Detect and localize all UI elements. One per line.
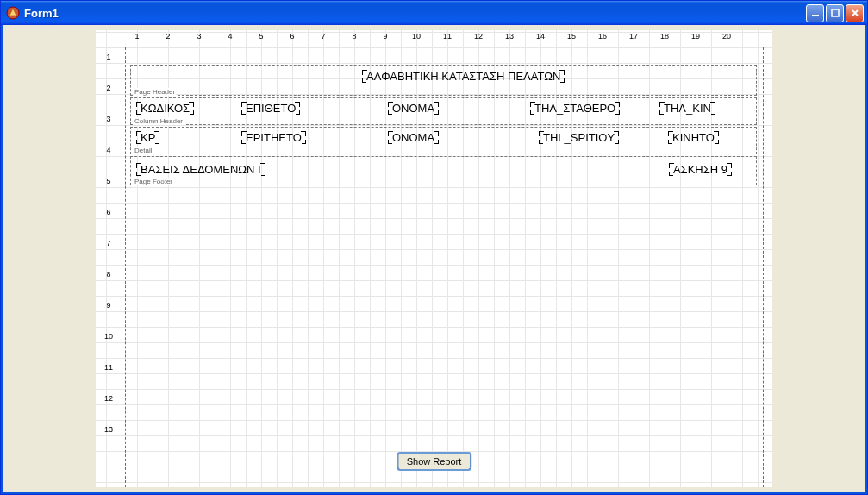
svg-rect-2 [832,9,839,16]
detail-epitheto[interactable]: EPITHETO [243,130,304,144]
margin-guide-right[interactable] [763,47,764,487]
footer-right-field[interactable]: ΑΣΚΗΣΗ 9 [671,162,730,176]
band-detail[interactable]: KP EPITHETO ONOMA THL_SPITIOY KINHTO Det… [130,127,757,154]
band-label: Page Header [134,88,176,96]
col-header-onoma[interactable]: ΟΝΟΜΑ [390,101,437,115]
report-designer[interactable]: 1 2 3 4 5 6 7 8 9 10 11 12 13 14 15 16 1… [96,30,772,487]
margin-guide-left[interactable] [125,47,126,487]
band-page-footer[interactable]: ΒΑΣΕΙΣ ΔΕΔΟΜΕΝΩΝ Ι ΑΣΚΗΣΗ 9 Page Footer [130,156,757,185]
ruler-horizontal: 1 2 3 4 5 6 7 8 9 10 11 12 13 14 15 16 1… [122,32,772,44]
col-header-kodikos[interactable]: ΚΩΔΙΚΟΣ [138,101,192,115]
close-button[interactable] [846,4,864,22]
detail-kinhto[interactable]: KINHTO [670,130,717,144]
band-label: Column Header [134,117,184,125]
band-column-header[interactable]: ΚΩΔΙΚΟΣ ΕΠΙΘΕΤΟ ΟΝΟΜΑ ΤΗΛ_ΣΤΑΘΕΡΟ ΤΗΛ_ΚΙ… [130,97,757,125]
show-report-button[interactable]: Show Report [397,453,471,470]
detail-onoma[interactable]: ONOMA [390,130,437,144]
window-buttons [806,4,864,22]
report-title-field[interactable]: ΑΛΦΑΒΗΤΙΚΗ ΚΑΤΑΣΤΑΣΗ ΠΕΛΑΤΩΝ [364,69,563,83]
titlebar[interactable]: Form1 [1,1,867,25]
window-title: Form1 [24,7,806,20]
col-header-thl-kin[interactable]: ΤΗΛ_ΚΙΝ [661,101,714,115]
band-label: Detail [134,147,153,154]
detail-kp[interactable]: KP [138,130,158,144]
minimize-button[interactable] [806,4,824,22]
app-icon [6,6,20,20]
maximize-button[interactable] [826,4,844,22]
footer-left-field[interactable]: ΒΑΣΕΙΣ ΔΕΔΟΜΕΝΩΝ Ι [138,162,264,176]
col-header-thl-stathero[interactable]: ΤΗΛ_ΣΤΑΘΕΡΟ [532,101,618,115]
band-label: Page Footer [134,178,173,185]
svg-rect-1 [812,15,819,16]
detail-thl-spitioy[interactable]: THL_SPITIOY [540,130,617,144]
band-page-header[interactable]: ΑΛΦΑΒΗΤΙΚΗ ΚΑΤΑΣΤΑΣΗ ΠΕΛΑΤΩΝ Page Header [130,65,757,96]
app-window: Form1 1 2 3 4 5 6 7 8 9 [0,0,868,495]
client-area: 1 2 3 4 5 6 7 8 9 10 11 12 13 14 15 16 1… [1,25,867,494]
col-header-epitheto[interactable]: ΕΠΙΘΕΤΟ [243,101,298,115]
ruler-vertical: 1 2 3 4 5 6 7 8 9 10 11 12 13 [96,47,122,451]
